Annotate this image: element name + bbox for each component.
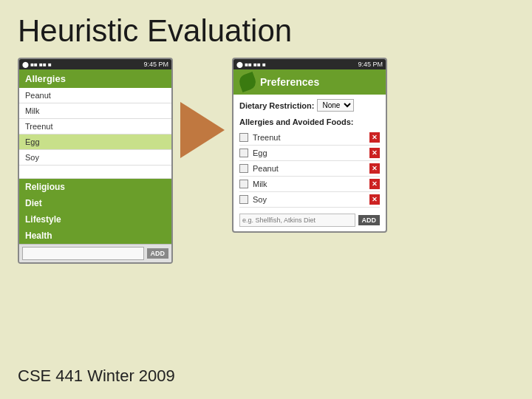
phone2-time: 9:45 PM [358, 61, 383, 68]
phone2-status-bar: ⬤ ■■ ■■ ■ 9:45 PM [233, 59, 386, 69]
phone1-add-button[interactable]: ADD [147, 248, 169, 259]
leaf-icon [237, 72, 258, 92]
arrow-container [173, 102, 232, 158]
allergy-name: Soy [253, 195, 369, 204]
allergies-section-label: Allergies and Avoided Foods: [239, 117, 380, 126]
arrow-right-icon [180, 102, 225, 158]
slide-footer: CSE 441 Winter 2009 [18, 366, 175, 386]
phone1-section-religious[interactable]: Religious [19, 179, 171, 195]
phone2-body: Dietary Restriction: None Allergies and … [233, 95, 386, 231]
slide-title: Heuristic Evaluation [18, 13, 514, 49]
remove-egg-button[interactable]: ✕ [369, 148, 380, 158]
list-item: Egg [19, 134, 171, 150]
remove-treenut-button[interactable]: ✕ [369, 132, 380, 143]
allergy-row-peanut: Peanut ✕ [239, 161, 380, 177]
phone2-add-input[interactable] [239, 214, 355, 227]
phone1-status-icons: ⬤ ■■ ■■ ■ [22, 61, 52, 68]
remove-peanut-button[interactable]: ✕ [369, 163, 380, 174]
dietary-select[interactable]: None [317, 99, 354, 112]
allergy-name: Peanut [253, 164, 369, 173]
phone1-status-bar: ⬤ ■■ ■■ ■ 9:45 PM [19, 59, 171, 69]
remove-soy-button[interactable]: ✕ [369, 194, 380, 205]
allergy-row-soy: Soy ✕ [239, 192, 380, 208]
list-item: Peanut [19, 88, 171, 103]
phone2-add-bar: ADD [239, 211, 380, 227]
phone1-time: 9:45 PM [143, 61, 168, 68]
phone1: ⬤ ■■ ■■ ■ 9:45 PM Allergies Peanut Milk … [18, 58, 173, 264]
phone1-header: Allergies [19, 69, 171, 88]
milk-checkbox[interactable] [239, 180, 248, 188]
remove-milk-button[interactable]: ✕ [369, 179, 380, 189]
phone1-section-diet[interactable]: Diet [19, 195, 171, 211]
slide: Heuristic Evaluation ⬤ ■■ ■■ ■ 9:45 PM A… [0, 0, 532, 399]
allergy-row-egg: Egg ✕ [239, 146, 380, 161]
phone2: ⬤ ■■ ■■ ■ 9:45 PM Preferences Dietary Re… [232, 58, 387, 233]
phone2-header-title: Preferences [260, 76, 319, 88]
allergy-name: Milk [253, 180, 369, 188]
dietary-row: Dietary Restriction: None [239, 99, 380, 112]
allergy-row-milk: Milk ✕ [239, 177, 380, 192]
allergy-name: Egg [253, 149, 369, 157]
list-item: Treenut [19, 119, 171, 134]
allergy-name: Treenut [253, 133, 369, 142]
dietary-label: Dietary Restriction: [239, 101, 314, 110]
egg-checkbox[interactable] [239, 149, 248, 157]
phone1-section-lifestyle[interactable]: Lifestyle [19, 211, 171, 228]
soy-checkbox[interactable] [239, 195, 248, 204]
phone1-add-input[interactable] [22, 247, 144, 260]
phone2-status-icons: ⬤ ■■ ■■ ■ [236, 61, 266, 68]
phone1-section-health[interactable]: Health [19, 228, 171, 244]
phone1-add-bar: ADD [19, 244, 171, 262]
treenut-checkbox[interactable] [239, 133, 248, 142]
phone2-header: Preferences [233, 69, 386, 95]
phones-row: ⬤ ■■ ■■ ■ 9:45 PM Allergies Peanut Milk … [18, 58, 514, 264]
list-item: Milk [19, 103, 171, 119]
phone2-add-button[interactable]: ADD [358, 215, 381, 225]
peanut-checkbox[interactable] [239, 164, 248, 173]
list-item: Soy [19, 150, 171, 166]
allergy-row-treenut: Treenut ✕ [239, 130, 380, 146]
